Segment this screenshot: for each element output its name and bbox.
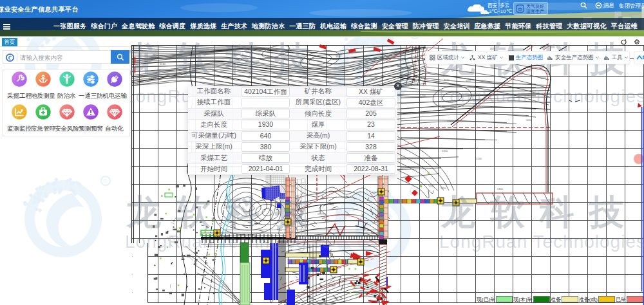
svg-text:1100: 1100 xyxy=(395,50,401,53)
svg-text:1150: 1150 xyxy=(476,157,482,160)
svg-text:1250: 1250 xyxy=(420,94,426,97)
svg-text:1130: 1130 xyxy=(160,62,166,66)
svg-text:1140: 1140 xyxy=(525,69,531,72)
svg-text:1050: 1050 xyxy=(526,118,533,122)
svg-text:1250: 1250 xyxy=(428,185,435,188)
svg-text:1120: 1120 xyxy=(153,53,159,57)
svg-text:1350: 1350 xyxy=(442,149,448,152)
svg-text:1350: 1350 xyxy=(497,187,504,190)
svg-text:1110: 1110 xyxy=(466,79,471,82)
svg-text:1110: 1110 xyxy=(365,66,371,69)
svg-text:1130: 1130 xyxy=(540,77,546,80)
svg-text:1110: 1110 xyxy=(149,77,155,80)
svg-text:1130: 1130 xyxy=(260,78,265,81)
svg-text:1150: 1150 xyxy=(447,120,453,123)
svg-text:1120: 1120 xyxy=(444,79,450,82)
svg-text:1100: 1100 xyxy=(336,55,341,58)
svg-text:1120: 1120 xyxy=(232,53,238,57)
svg-text:1150: 1150 xyxy=(450,105,456,108)
svg-text:1100: 1100 xyxy=(397,72,402,75)
svg-text:1050: 1050 xyxy=(440,187,447,190)
svg-text:1050: 1050 xyxy=(400,157,406,160)
